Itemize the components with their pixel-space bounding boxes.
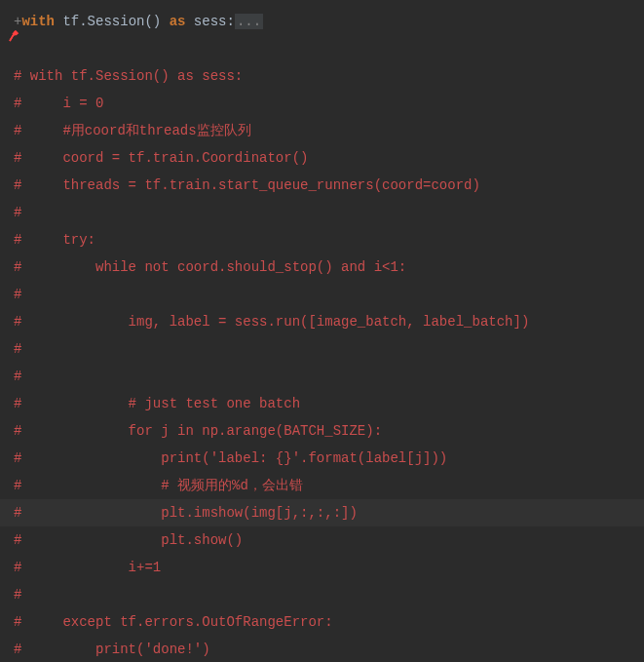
code-colon: :	[226, 14, 234, 29]
comment-text: #	[14, 205, 21, 220]
comment-line[interactable]: # with tf.Session() as sess:	[0, 62, 644, 90]
comment-line[interactable]: #	[0, 281, 644, 308]
comment-line[interactable]: # print('done!')	[0, 636, 644, 662]
comment-text: # except tf.errors.OutOfRangeError:	[14, 614, 333, 630]
comment-text: # threads = tf.train.start_queue_runners…	[14, 177, 480, 193]
comment-text: # i = 0	[14, 96, 103, 111]
comment-line[interactable]: # plt.show()	[0, 526, 644, 554]
comment-text: # coord = tf.train.Coordinator()	[14, 150, 308, 166]
comment-text: # plt.imshow(img[j,:,:,:])	[14, 505, 358, 521]
comment-line[interactable]: # while not coord.should_stop() and i<1:	[0, 253, 644, 281]
comment-text: # print('label: {}'.format(label[j]))	[14, 450, 447, 466]
comment-text: # plt.show()	[14, 532, 243, 548]
comment-line[interactable]: # except tf.errors.OutOfRangeError:	[0, 608, 644, 636]
comment-line[interactable]: #	[0, 335, 644, 363]
comment-line[interactable]: # try:	[0, 226, 644, 253]
code-text: tf.Session	[55, 14, 144, 29]
comment-line[interactable]: #	[0, 581, 644, 608]
comment-text: # #用coord和threads监控队列	[14, 123, 251, 138]
code-parens: ()	[144, 14, 161, 29]
comment-line[interactable]: #	[0, 363, 644, 390]
comment-text: #	[14, 341, 21, 357]
code-line-1[interactable]: +with tf.Session() as sess:...	[0, 8, 644, 35]
comment-line[interactable]: #	[0, 199, 644, 226]
keyword-with: with	[21, 14, 55, 29]
comment-line[interactable]: # for j in np.arange(BATCH_SIZE):	[0, 417, 644, 445]
comment-text: # for j in np.arange(BATCH_SIZE):	[14, 423, 382, 439]
comment-line[interactable]: # # just test one batch	[0, 390, 644, 417]
comment-line-current[interactable]: # plt.imshow(img[j,:,:,:])	[0, 499, 644, 526]
comment-text: # while not coord.should_stop() and i<1:	[14, 259, 406, 275]
comment-line[interactable]: # threads = tf.train.start_queue_runners…	[0, 172, 644, 199]
blank-line[interactable]	[0, 35, 644, 62]
comment-line[interactable]: # coord = tf.train.Coordinator()	[0, 144, 644, 172]
comment-line[interactable]: # i = 0	[0, 90, 644, 117]
comment-text: #	[14, 587, 21, 603]
comment-text: # with tf.Session() as sess:	[14, 68, 243, 84]
comment-line[interactable]: # #用coord和threads监控队列	[0, 117, 644, 144]
comment-text: # # 视频用的%d，会出错	[14, 478, 303, 493]
code-fold-indicator[interactable]: ...	[235, 14, 263, 29]
comment-text: #	[14, 287, 21, 302]
code-text: sess	[185, 14, 226, 29]
comment-text: # img, label = sess.run([image_batch, la…	[14, 314, 529, 330]
comment-text: # # just test one batch	[14, 396, 300, 411]
comment-line[interactable]: # i+=1	[0, 554, 644, 581]
comment-line[interactable]: # img, label = sess.run([image_batch, la…	[0, 308, 644, 335]
code-space	[161, 14, 169, 29]
comment-text: # try:	[14, 232, 95, 248]
comment-line[interactable]: # # 视频用的%d，会出错	[0, 472, 644, 499]
comment-text: # print('done!')	[14, 642, 210, 657]
comment-text: # i+=1	[14, 560, 161, 575]
comment-line[interactable]: # print('label: {}'.format(label[j]))	[0, 445, 644, 472]
keyword-as: as	[170, 14, 186, 29]
code-editor[interactable]: +with tf.Session() as sess:... # with tf…	[0, 0, 644, 662]
comment-text: #	[14, 369, 21, 384]
